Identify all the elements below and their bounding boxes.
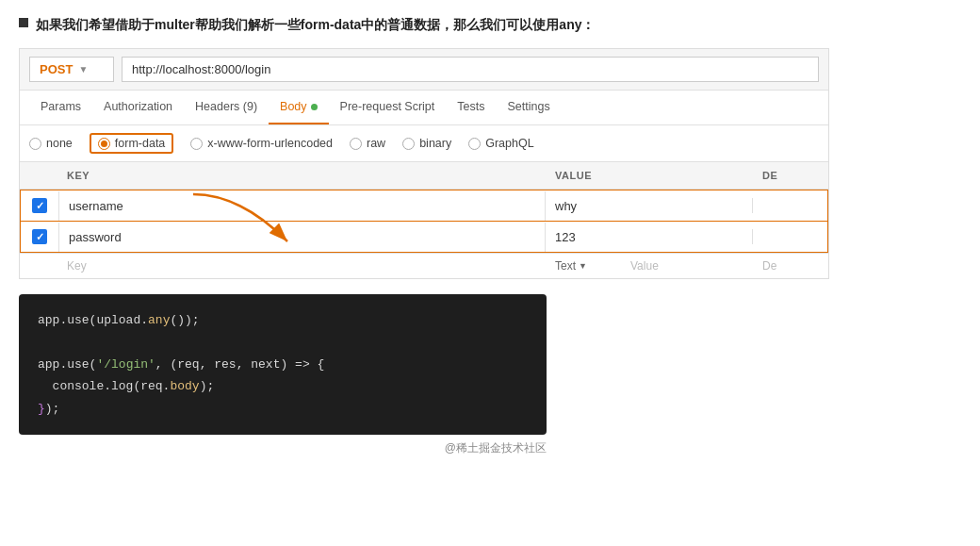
checkbox-checked-icon: ✓ — [32, 229, 47, 244]
tab-authorization[interactable]: Authorization — [92, 91, 184, 124]
tab-body[interactable]: Body — [269, 91, 329, 124]
row1-key[interactable]: username — [58, 191, 545, 221]
footer-desc-placeholder[interactable]: De — [753, 254, 828, 278]
radio-urlencoded[interactable]: x-www-form-urlencoded — [190, 137, 333, 150]
url-bar: POST ▼ — [20, 49, 828, 91]
radio-bar: none form-data x-www-form-urlencoded raw… — [20, 125, 828, 162]
radio-raw-label: raw — [367, 137, 385, 150]
radio-graphql[interactable]: GraphQL — [468, 137, 533, 150]
footer-type-arrow: ▼ — [579, 261, 587, 271]
row2-value[interactable]: 123 — [545, 223, 752, 252]
params-table: KEY VALUE DE ✓ username why ✓ password 1… — [20, 162, 828, 278]
col-key-header: KEY — [57, 162, 546, 189]
radio-form-data-label: form-data — [115, 137, 166, 150]
radio-urlencoded-label: x-www-form-urlencoded — [207, 137, 333, 150]
table-row: ✓ password 123 — [20, 221, 828, 253]
code-line-1: app.use(upload.any()); — [38, 309, 528, 331]
tab-params[interactable]: Params — [29, 91, 92, 124]
radio-urlencoded-circle — [190, 138, 203, 150]
row1-desc — [752, 198, 827, 213]
radio-raw-circle — [350, 138, 362, 150]
watermark: @稀土掘金技术社区 — [19, 440, 547, 456]
table-footer-row: Key Text ▼ Value De — [20, 253, 828, 278]
radio-graphql-circle — [468, 138, 481, 150]
radio-form-data-circle — [98, 138, 110, 150]
tab-pre-request[interactable]: Pre-request Script — [329, 91, 447, 124]
header-text: 如果我们希望借助于multer帮助我们解析一些form-data中的普通数据，那… — [36, 15, 595, 35]
radio-none[interactable]: none — [29, 137, 73, 150]
radio-binary-circle — [402, 138, 415, 150]
col-desc-header: DE — [753, 162, 828, 189]
code-line-2 — [38, 331, 528, 353]
bullet-icon — [19, 18, 28, 27]
row1-checkbox[interactable]: ✓ — [21, 190, 58, 221]
footer-type[interactable]: Text ▼ — [546, 254, 621, 278]
tab-settings[interactable]: Settings — [496, 91, 561, 124]
checkbox-checked-icon: ✓ — [32, 198, 47, 213]
header-section: 如果我们希望借助于multer帮助我们解析一些form-data中的普通数据，那… — [19, 15, 961, 35]
footer-value-placeholder[interactable]: Value — [621, 254, 753, 278]
table-header: KEY VALUE DE — [20, 162, 828, 190]
radio-graphql-label: GraphQL — [485, 137, 533, 150]
radio-binary[interactable]: binary — [402, 137, 451, 150]
postman-panel: POST ▼ Params Authorization Headers (9) … — [19, 48, 829, 279]
tab-tests[interactable]: Tests — [446, 91, 496, 124]
header-line: 如果我们希望借助于multer帮助我们解析一些form-data中的普通数据，那… — [19, 15, 961, 35]
radio-binary-label: binary — [419, 137, 451, 150]
radio-raw[interactable]: raw — [350, 137, 385, 150]
footer-type-label: Text — [555, 259, 576, 273]
col-value-header: VALUE — [546, 162, 753, 189]
chevron-icon: ▼ — [78, 64, 88, 74]
tabs-bar: Params Authorization Headers (9) Body Pr… — [20, 91, 828, 125]
radio-none-circle — [29, 138, 41, 150]
code-line-5: }); — [38, 398, 528, 420]
row2-checkbox[interactable]: ✓ — [21, 222, 58, 252]
code-block: app.use(upload.any()); app.use('/login',… — [19, 294, 547, 435]
radio-form-data[interactable]: form-data — [90, 133, 174, 154]
tab-headers[interactable]: Headers (9) — [184, 91, 269, 124]
body-dot — [311, 104, 318, 110]
radio-none-label: none — [46, 137, 73, 150]
row1-value[interactable]: why — [545, 191, 752, 221]
footer-key-placeholder[interactable]: Key — [57, 254, 546, 278]
row2-key[interactable]: password — [58, 223, 545, 252]
method-selector[interactable]: POST ▼ — [29, 57, 114, 82]
method-label: POST — [40, 62, 73, 76]
row2-desc — [752, 229, 827, 244]
code-line-4: console.log(req.body); — [38, 375, 528, 397]
code-line-3: app.use('/login', (req, res, next) => { — [38, 354, 528, 375]
table-row: ✓ username why — [20, 190, 828, 221]
url-input[interactable] — [122, 57, 819, 82]
postman-container: POST ▼ Params Authorization Headers (9) … — [19, 48, 829, 279]
col-check-header — [20, 162, 57, 189]
